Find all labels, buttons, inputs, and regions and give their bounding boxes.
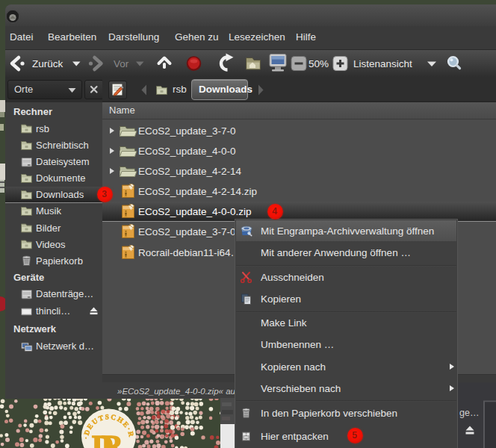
svg-text:DR: DR (92, 429, 124, 448)
